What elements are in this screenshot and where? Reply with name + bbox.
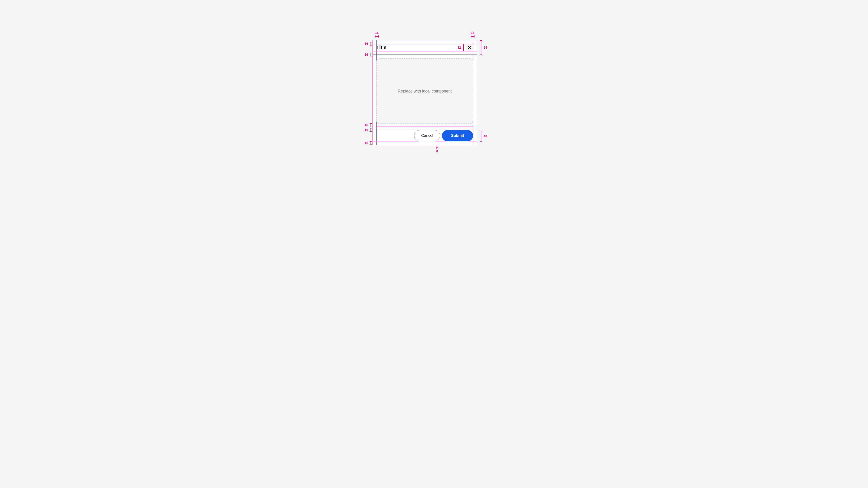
dim-label: 16 bbox=[365, 42, 368, 45]
dim-footer-gap-top-16: 16 bbox=[365, 123, 372, 127]
dim-top-left-16: 16 bbox=[375, 31, 379, 37]
modal-header: Title bbox=[373, 40, 477, 55]
dim-button-height-40: 40 bbox=[480, 131, 487, 142]
dim-label: 16 bbox=[365, 141, 368, 145]
close-icon bbox=[468, 46, 471, 49]
dim-label: 16 bbox=[471, 31, 474, 34]
dim-label: 16 bbox=[375, 31, 379, 34]
dim-top-right-16: 16 bbox=[471, 31, 474, 37]
content-placeholder: Replace with local component bbox=[376, 58, 473, 124]
dim-header-top-16: 16 bbox=[365, 42, 372, 45]
dim-footer-bottom-16: 16 bbox=[365, 141, 372, 145]
submit-button-label: Submit bbox=[451, 133, 464, 138]
dim-footer-gap-inner-16: 16 bbox=[365, 128, 372, 132]
dim-label: 8 bbox=[436, 150, 438, 153]
placeholder-text: Replace with local component bbox=[398, 89, 452, 94]
cancel-button[interactable]: Cancel bbox=[414, 130, 440, 141]
dim-header-height-64: 64 bbox=[480, 40, 487, 55]
dim-header-bottom-16: 16 bbox=[365, 53, 372, 56]
cancel-button-label: Cancel bbox=[421, 133, 433, 138]
dim-label: 16 bbox=[365, 128, 368, 131]
dim-button-gap-8: 8 bbox=[436, 147, 438, 153]
dim-label: 16 bbox=[365, 53, 368, 56]
modal-dialog: 32 Title Replace with local component bbox=[373, 40, 477, 145]
submit-button[interactable]: Submit bbox=[442, 130, 473, 141]
modal-title: Title bbox=[376, 44, 386, 51]
modal-body: Replace with local component bbox=[376, 58, 473, 124]
close-button[interactable] bbox=[466, 44, 473, 51]
dim-label: 40 bbox=[484, 134, 487, 138]
dim-label: 64 bbox=[484, 46, 487, 49]
modal-footer: Cancel Submit bbox=[376, 126, 473, 141]
dim-label: 16 bbox=[365, 123, 368, 127]
